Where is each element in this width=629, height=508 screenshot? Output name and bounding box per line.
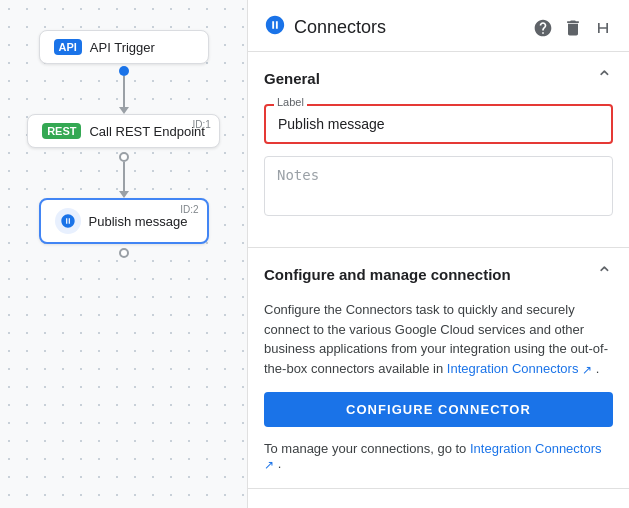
panel-title: Connectors — [294, 17, 525, 38]
delete-button[interactable] — [563, 18, 583, 38]
general-chevron: ⌃ — [596, 66, 613, 90]
rest-node-id: ID:1 — [193, 119, 211, 130]
error-chevron: ⌃ — [596, 503, 613, 508]
general-title: General — [264, 70, 320, 87]
publish-icon-circle — [55, 208, 81, 234]
external-link-icon-2: ↗ — [264, 458, 274, 472]
notes-textarea[interactable] — [264, 156, 613, 216]
label-field-label: Label — [274, 96, 307, 108]
publish-message-node[interactable]: Publish message ID:2 — [39, 198, 209, 244]
dot-top-1 — [119, 66, 129, 76]
rest-endpoint-node[interactable]: REST Call REST Endpoint ID:1 — [27, 114, 220, 148]
notes-field — [264, 156, 613, 219]
line-2 — [123, 162, 125, 191]
configure-connector-button[interactable]: CONFIGURE CONNECTOR — [264, 392, 613, 427]
help-button[interactable] — [533, 18, 553, 38]
label-input[interactable] — [264, 104, 613, 144]
error-section-header[interactable]: Error handling ⌃ — [248, 489, 629, 508]
workflow-canvas: API API Trigger REST Call REST Endpoint … — [0, 0, 248, 508]
publish-message-label: Publish message — [89, 214, 188, 229]
dot-bottom-publish — [119, 248, 129, 258]
api-badge: API — [54, 39, 82, 55]
configure-section-header[interactable]: Configure and manage connection ⌃ — [248, 248, 629, 300]
api-trigger-label: API Trigger — [90, 40, 155, 55]
label-field: Label — [264, 104, 613, 144]
arrow-2 — [119, 191, 129, 198]
publish-node-id: ID:2 — [180, 204, 198, 215]
header-actions — [533, 18, 613, 38]
api-trigger-node[interactable]: API API Trigger — [39, 30, 209, 64]
connector-2 — [119, 162, 129, 198]
configure-description: Configure the Connectors task to quickly… — [264, 300, 613, 378]
right-panel: Connectors General ⌃ Label C — [248, 0, 629, 508]
arrow-1 — [119, 107, 129, 114]
manage-connections-text: To manage your connections, go to Integr… — [264, 441, 613, 472]
panel-header: Connectors — [248, 0, 629, 52]
integration-connectors-link-1[interactable]: Integration Connectors ↗ — [447, 361, 596, 376]
flow-container: API API Trigger REST Call REST Endpoint … — [0, 0, 247, 508]
rest-endpoint-label: Call REST Endpoint — [89, 124, 204, 139]
publish-icon — [60, 213, 76, 229]
dot-bottom-rest — [119, 152, 129, 162]
collapse-button[interactable] — [593, 18, 613, 38]
rest-badge: REST — [42, 123, 81, 139]
configure-title: Configure and manage connection — [264, 266, 511, 283]
configure-chevron: ⌃ — [596, 262, 613, 286]
general-section-content: Label — [248, 104, 629, 247]
line-1 — [123, 76, 125, 107]
external-link-icon-1: ↗ — [582, 362, 592, 376]
connector-1 — [119, 64, 129, 114]
configure-section-content: Configure the Connectors task to quickly… — [248, 300, 629, 488]
connectors-header-icon — [264, 14, 286, 41]
